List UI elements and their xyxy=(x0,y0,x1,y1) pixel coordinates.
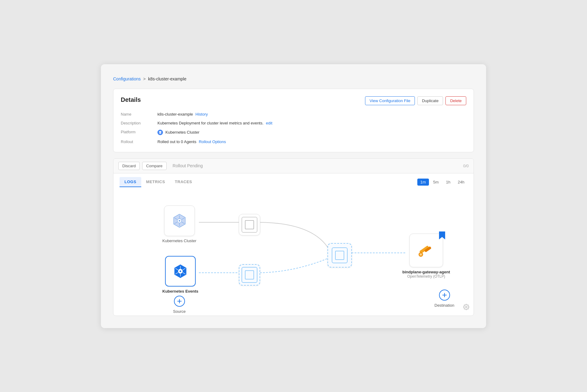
svg-point-25 xyxy=(420,253,422,256)
kubernetes-cluster-box xyxy=(164,205,195,236)
destination-sub: OpenTelemetry (OTLP) xyxy=(402,274,450,279)
compare-button[interactable]: Compare xyxy=(142,162,166,170)
rollout-value: Rolled out to 0 Agents xyxy=(157,139,196,144)
svg-marker-21 xyxy=(439,231,445,239)
svg-point-5 xyxy=(179,220,180,221)
platform-value-row: Kubernetes Cluster xyxy=(157,129,466,136)
node-kubernetes-events[interactable]: Kubernetes Events xyxy=(162,256,198,294)
pipeline-toolbar: Discard Compare Rollout Pending 0/0 xyxy=(113,159,474,173)
description-value-row: Kubernetes Deployment for cluster level … xyxy=(157,120,466,126)
tabs: LOGS METRICS TRACES xyxy=(120,177,197,187)
name-label: Name xyxy=(121,111,157,117)
node-kubernetes-cluster[interactable]: Kubernetes Cluster xyxy=(162,205,196,243)
rollout-pending-label: Rollout Pending xyxy=(169,163,461,168)
rollout-count: 0/0 xyxy=(463,164,469,168)
add-destination-circle[interactable] xyxy=(439,290,450,301)
time-controls: 1m 5m 1h 24h xyxy=(417,179,467,186)
details-header: Details View Configuration File Duplicat… xyxy=(121,96,466,105)
processor-1-inner xyxy=(242,217,257,233)
svg-point-30 xyxy=(466,306,467,308)
delete-button[interactable]: Delete xyxy=(445,96,466,105)
breadcrumb-separator: > xyxy=(143,76,146,81)
time-5m[interactable]: 5m xyxy=(430,179,442,186)
kubernetes-events-label: Kubernetes Events xyxy=(162,289,198,294)
description-label: Description xyxy=(121,120,157,126)
name-value-row: k8s-cluster-example History xyxy=(157,111,466,117)
pipeline-canvas: Kubernetes Cluster xyxy=(113,187,474,316)
processor-1-box xyxy=(239,214,260,235)
discard-button[interactable]: Discard xyxy=(118,162,140,170)
bookmark-icon xyxy=(439,231,445,239)
destination-node[interactable]: bindplane-gateway-agent OpenTelemetry (O… xyxy=(402,234,450,279)
node-center-processor[interactable] xyxy=(327,243,352,268)
history-link[interactable]: History xyxy=(195,112,208,116)
source-label: Source xyxy=(173,309,186,314)
destination-box xyxy=(409,234,443,267)
kubernetes-cluster-label: Kubernetes Cluster xyxy=(162,239,196,243)
duplicate-button[interactable]: Duplicate xyxy=(417,96,443,105)
tabs-bar: LOGS METRICS TRACES 1m 5m 1h 24h xyxy=(113,173,474,187)
time-24h[interactable]: 24h xyxy=(455,179,467,186)
destination-name: bindplane-gateway-agent xyxy=(402,270,450,274)
main-container: Configurations > k8s-cluster-example Det… xyxy=(101,64,486,328)
details-grid: Name k8s-cluster-example History Descrip… xyxy=(121,111,466,145)
add-destination-node[interactable]: Destination xyxy=(434,290,454,308)
settings-gear-icon[interactable] xyxy=(463,304,469,311)
details-title: Details xyxy=(121,96,141,103)
details-card: Details View Configuration File Duplicat… xyxy=(113,89,474,152)
center-processor-inner xyxy=(332,247,348,263)
breadcrumb: Configurations > k8s-cluster-example xyxy=(113,76,474,81)
view-configuration-file-button[interactable]: View Configuration File xyxy=(365,96,415,105)
name-value: k8s-cluster-example xyxy=(157,112,193,116)
time-1m[interactable]: 1m xyxy=(417,179,429,186)
details-actions: View Configuration File Duplicate Delete xyxy=(365,96,466,105)
destination-label: Destination xyxy=(434,303,454,308)
add-source-node[interactable]: Source xyxy=(173,296,186,314)
kubernetes-events-box xyxy=(165,256,196,287)
node-processor-2[interactable] xyxy=(239,264,260,286)
tab-traces[interactable]: TRACES xyxy=(170,177,197,187)
platform-icon xyxy=(157,130,163,135)
node-processor-1[interactable] xyxy=(239,214,260,235)
breadcrumb-configurations[interactable]: Configurations xyxy=(113,76,141,81)
rollout-options-link[interactable]: Rollout Options xyxy=(199,139,226,144)
description-value: Kubernetes Deployment for cluster level … xyxy=(157,121,264,125)
add-source-circle[interactable] xyxy=(174,296,185,307)
time-1h[interactable]: 1h xyxy=(443,179,453,186)
svg-point-14 xyxy=(179,270,181,272)
tab-metrics[interactable]: METRICS xyxy=(141,177,170,187)
rollout-label: Rollout xyxy=(121,139,157,145)
platform-label: Platform xyxy=(121,129,157,136)
tab-logs[interactable]: LOGS xyxy=(120,177,141,187)
processor-2-box xyxy=(239,264,260,286)
rollout-value-row: Rolled out to 0 Agents Rollout Options xyxy=(157,139,466,145)
edit-link[interactable]: edit xyxy=(266,121,272,125)
pipeline-card: Discard Compare Rollout Pending 0/0 LOGS… xyxy=(113,158,474,316)
platform-value: Kubernetes Cluster xyxy=(165,130,199,135)
breadcrumb-current: k8s-cluster-example xyxy=(148,76,186,81)
processor-2-inner xyxy=(242,267,257,283)
center-processor-box xyxy=(327,243,352,268)
